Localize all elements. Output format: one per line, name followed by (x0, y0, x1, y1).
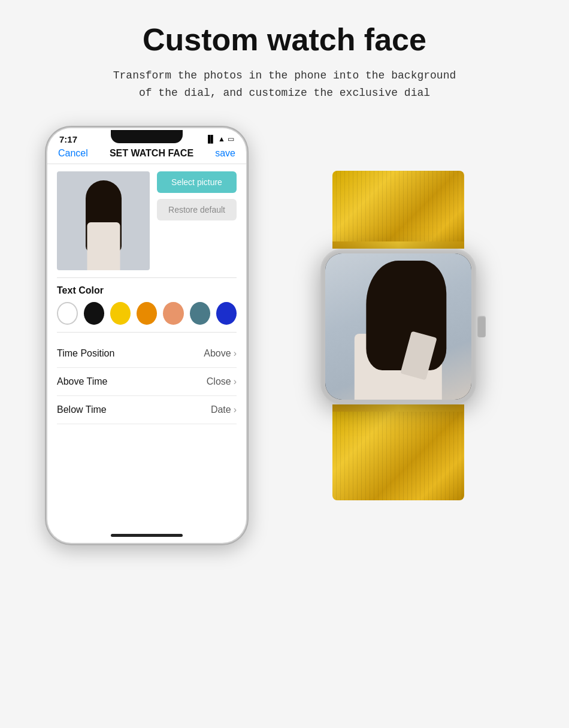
color-yellow[interactable] (110, 302, 131, 325)
section-divider-1 (57, 277, 237, 278)
watch-band-bottom (332, 404, 464, 500)
below-time-label: Below Time (57, 404, 107, 415)
battery-icon: ▭ (228, 135, 234, 143)
page-subtitle: Transform the photos in the phone into t… (113, 67, 456, 102)
phone-app-header: Cancel SET WATCH FACE save (47, 148, 246, 164)
band-top-detail (332, 241, 464, 249)
settings-row-below-time[interactable]: Below Time Date › (57, 396, 237, 424)
wifi-icon: ▲ (218, 135, 225, 143)
phone-app-content: Select picture Restore default Text Colo… (47, 164, 246, 529)
color-peach[interactable] (163, 302, 183, 325)
time-position-value: Above › (204, 348, 237, 359)
color-black[interactable] (84, 302, 104, 325)
settings-row-above-time[interactable]: Above Time Close › (57, 368, 237, 396)
watch-face-preview (57, 171, 150, 270)
text-color-label: Text Color (57, 285, 237, 296)
watch-face-image (325, 253, 471, 400)
band-bottom-detail (332, 404, 464, 412)
home-indicator (111, 534, 183, 537)
cancel-button[interactable]: Cancel (58, 148, 88, 159)
watch-crown (477, 316, 486, 337)
chevron-icon-3: › (234, 404, 237, 415)
girl-body (87, 222, 120, 270)
watch-band-top (332, 171, 464, 249)
phone-device: 7:17 ▐▌ ▲ ▭ Cancel SET WATCH FACE save (45, 126, 249, 545)
watch-device (273, 126, 524, 545)
phone-notch (111, 130, 183, 143)
above-time-label: Above Time (57, 376, 107, 387)
time-position-label: Time Position (57, 348, 114, 359)
chevron-icon: › (234, 348, 237, 359)
color-blue[interactable] (216, 302, 237, 325)
page-title: Custom watch face (143, 22, 426, 58)
color-orange[interactable] (137, 302, 157, 325)
color-swatches (57, 302, 237, 325)
color-white[interactable] (57, 302, 78, 325)
screen-title: SET WATCH FACE (110, 148, 193, 159)
image-buttons-row: Select picture Restore default (57, 171, 237, 270)
settings-row-time-position[interactable]: Time Position Above › (57, 340, 237, 368)
phone-screen: 7:17 ▐▌ ▲ ▭ Cancel SET WATCH FACE save (47, 128, 246, 543)
save-button[interactable]: save (215, 148, 235, 159)
section-divider-2 (57, 332, 237, 333)
watch-screen (325, 253, 471, 400)
color-teal[interactable] (190, 302, 210, 325)
phone-clock: 7:17 (59, 134, 77, 144)
restore-default-button[interactable]: Restore default (157, 199, 237, 220)
devices-row: 7:17 ▐▌ ▲ ▭ Cancel SET WATCH FACE save (0, 126, 569, 545)
signal-icon: ▐▌ (205, 135, 216, 143)
chevron-icon-2: › (234, 376, 237, 387)
watch-body (320, 249, 476, 404)
select-picture-button[interactable]: Select picture (157, 171, 237, 193)
phone-status-icons: ▐▌ ▲ ▭ (205, 135, 234, 143)
girl-figure (77, 180, 131, 270)
below-time-value: Date › (211, 404, 237, 415)
action-buttons: Select picture Restore default (157, 171, 237, 220)
above-time-value: Close › (207, 376, 237, 387)
